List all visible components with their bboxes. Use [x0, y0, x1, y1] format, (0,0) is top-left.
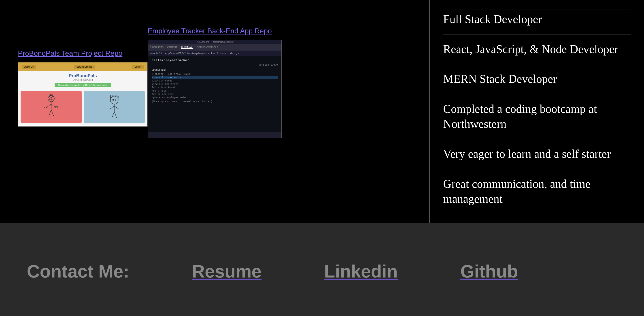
et-menu-item-4: Add a role	[152, 89, 278, 92]
project-card-probonopals: ProBonoPals Team Project Repo About Us S…	[18, 49, 148, 127]
info-item-3: Completed a coding bootcamp at Northwest…	[443, 94, 630, 139]
svg-line-21	[114, 112, 117, 118]
et-tabs: PROBLEMS OUTPUT TERMINAL DEBUG CONSOLE	[148, 44, 282, 51]
project-card-employee-tracker: Employee Tracker Back-End App Repo READM…	[148, 27, 282, 138]
probonopals-screenshot: About Us Service Listings Log In ProBono…	[18, 62, 148, 127]
projects-area: ProBonoPals Team Project Repo About Us S…	[0, 0, 429, 223]
svg-point-15	[112, 99, 114, 101]
info-text-1: React, JavaScript, & Node Developer	[443, 43, 618, 56]
et-tab-terminal[interactable]: TERMINAL	[181, 46, 193, 49]
et-choice-label: ? choice: (Use arrow keys)	[152, 72, 278, 76]
info-item-5: Great communication, and time management	[443, 169, 630, 214]
github-link[interactable]: Github	[460, 261, 518, 282]
et-menu-item-2: View all employees	[152, 82, 278, 86]
employee-tracker-link[interactable]: Employee Tracker Back-End App Repo	[148, 27, 282, 35]
et-version: version 1.0.0	[152, 63, 278, 66]
info-text-3: Completed a coding bootcamp at Northwest…	[443, 103, 597, 130]
et-menu-item-3: Add a department	[152, 86, 278, 89]
pbo-header: About Us Service Listings Log In	[18, 63, 147, 71]
pbo-title: ProBonoPals	[20, 73, 145, 78]
svg-point-4	[49, 98, 51, 100]
pbo-images-row	[20, 91, 145, 123]
et-menu-item-1: View all roles	[152, 79, 278, 82]
svg-point-5	[51, 98, 53, 100]
pbo-login-btn[interactable]: Log In	[132, 65, 144, 69]
svg-point-14	[110, 96, 118, 104]
employee-tracker-screenshot: README.md — bestemployeetracker PROBLEMS…	[148, 40, 282, 138]
et-tab-debug[interactable]: DEBUG CONSOLE	[197, 46, 218, 49]
pbo-subtitle: Do Good, Get Good	[20, 78, 145, 81]
probonopals-link[interactable]: ProBonoPals Team Project Repo	[18, 49, 148, 58]
et-hint: (Move up and down to reveal more choices…	[152, 100, 278, 103]
info-text-4: Very eager to learn and a self starter	[443, 147, 611, 160]
et-connected: CONNECTED!	[152, 69, 278, 71]
info-item-2: MERN Stack Developer	[443, 64, 630, 94]
info-panel: Full Stack Developer React, JavaScript, …	[429, 0, 644, 223]
svg-line-20	[112, 112, 114, 118]
info-item-4: Very eager to learn and a self starter	[443, 139, 630, 169]
pbo-about-btn[interactable]: About Us	[22, 65, 36, 69]
et-prompt-line: evanbulliner@Evans-MBP-2 bestemployeetra…	[148, 51, 282, 56]
svg-line-12	[49, 110, 52, 116]
pbo-pink-image	[20, 91, 82, 123]
info-text-2: MERN Stack Developer	[443, 73, 557, 85]
et-tab-problems[interactable]: PROBLEMS	[150, 46, 164, 49]
pbo-body: ProBonoPals Do Good, Get Good Sign up he…	[18, 71, 147, 125]
info-text-5: Great communication, and time management	[443, 177, 590, 205]
svg-point-16	[115, 99, 116, 101]
et-ascii-art: Bestemployeetracker	[152, 58, 278, 62]
pbo-services-btn[interactable]: Service Listings	[74, 65, 95, 69]
linkedin-link[interactable]: Linkedin	[324, 261, 398, 282]
svg-line-18	[110, 106, 114, 109]
et-title-bar: README.md — bestemployeetracker	[148, 40, 282, 44]
et-tab-output[interactable]: OUTPUT	[167, 46, 177, 49]
footer: Contact Me: Resume Linkedin Github	[0, 223, 644, 316]
svg-line-19	[114, 106, 118, 109]
info-item-0: Full Stack Developer	[443, 9, 630, 35]
et-menu-item-5: Add an employee	[152, 92, 278, 96]
svg-line-13	[51, 110, 54, 116]
info-text-0: Full Stack Developer	[443, 13, 542, 26]
pbo-signup-btn[interactable]: Sign up here to join the ProBonoPals Com…	[54, 83, 111, 87]
et-menu-item-0: View all departments	[152, 76, 278, 79]
svg-line-8	[46, 104, 52, 108]
info-item-1: React, JavaScript, & Node Developer	[443, 35, 630, 65]
main-section: ProBonoPals Team Project Repo About Us S…	[0, 0, 644, 223]
character-pink-svg	[44, 94, 59, 120]
pbo-blue-image	[84, 91, 145, 123]
character-blue-svg	[106, 94, 122, 120]
resume-link[interactable]: Resume	[192, 261, 262, 282]
et-terminal-body: Bestemployeetracker version 1.0.0 CONNEC…	[148, 56, 282, 132]
contact-label: Contact Me:	[27, 261, 129, 282]
et-menu-item-6: Update an employee role	[152, 96, 278, 99]
